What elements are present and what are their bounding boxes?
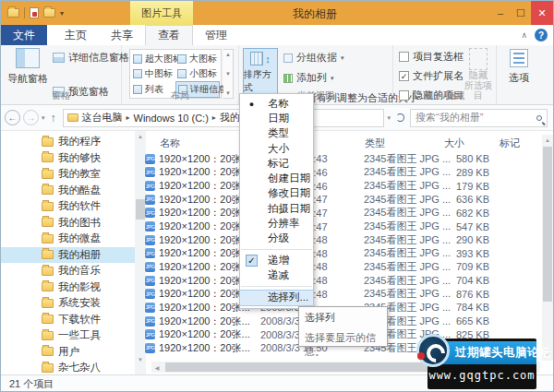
help-icon[interactable]: ? xyxy=(535,29,548,42)
menu-item-日期[interactable]: 日期 xyxy=(240,111,313,125)
layout-option-1[interactable]: 大图标 xyxy=(175,52,220,66)
tab-查看[interactable]: 查看 xyxy=(145,25,193,45)
layout-option-2[interactable]: 中图标 xyxy=(131,66,175,81)
vscroll-up-icon[interactable]: ▲ xyxy=(542,135,553,146)
menu-item-修改日期[interactable]: 修改日期 xyxy=(240,186,313,201)
recent-pages-caret-icon[interactable]: ▾ xyxy=(42,114,45,122)
minimize-ribbon-icon[interactable]: ∧ xyxy=(521,30,527,40)
sidebar-item-我的软件[interactable]: 我的软件 xyxy=(1,198,135,215)
table-row[interactable]: JPG1920×1200：20张...2008/3/3 11:482345看图王… xyxy=(143,233,542,247)
cell-type: 2345看图王 JPG ... xyxy=(364,274,449,288)
group-label-layout: 布局 xyxy=(122,89,238,102)
tab-共享[interactable]: 共享 xyxy=(99,25,145,45)
breadcrumb-item[interactable]: Windows 10 (C:) xyxy=(134,113,209,124)
address-dropdown-caret-icon[interactable]: ▾ xyxy=(388,114,391,122)
checked-checkbox-icon[interactable]: ✓ xyxy=(399,71,409,81)
table-row[interactable]: JPG1920×1200：20张...2008/3/3 11:482345看图王… xyxy=(143,287,542,301)
menu-mark-empty xyxy=(246,218,258,230)
group-by-caret-icon: ▾ xyxy=(341,54,344,62)
close-button[interactable]: ✕ xyxy=(531,1,553,25)
table-row[interactable]: JPG1920×1200：20张...2008/3/3 11:482345看图王… xyxy=(143,246,542,260)
menu-item-创建日期[interactable]: 创建日期 xyxy=(240,171,313,185)
menu-item-递减[interactable]: 递减 xyxy=(240,267,313,282)
gallery-up-icon[interactable]: ▲ xyxy=(225,52,231,57)
layout-option-3[interactable]: 小图标 xyxy=(175,66,220,81)
sidebar-item-我的影视[interactable]: 我的影视 xyxy=(1,279,135,296)
sidebar-item-我的酷盘[interactable]: 我的酷盘 xyxy=(1,183,135,199)
menu-item-拍摄日期[interactable]: 拍摄日期 xyxy=(240,201,313,216)
column-header-tags[interactable]: 标记 xyxy=(500,137,520,150)
jpg-file-icon: JPG xyxy=(145,181,155,191)
choose-columns-tooltip: 选择列 选择要显示的信息。 xyxy=(298,306,388,347)
sidebar-item-一些工具[interactable]: 一些工具 xyxy=(1,327,135,344)
table-row[interactable]: JPG1920×1200：20张...2008/3/3 11:472345看图王… xyxy=(143,220,542,233)
qat-customize-caret-icon[interactable]: ▾ xyxy=(60,9,64,18)
tab-主页[interactable]: 主页 xyxy=(53,25,99,45)
minimize-button[interactable]: – xyxy=(490,1,511,25)
refresh-icon[interactable] xyxy=(396,113,404,122)
sidebar-item-label: 我的微盘 xyxy=(58,232,101,245)
vscroll-thumb[interactable] xyxy=(543,147,552,302)
menu-item-label: 修改日期 xyxy=(268,186,310,200)
column-header-type[interactable]: 类型 xyxy=(365,137,385,150)
menu-item-大小[interactable]: 大小 xyxy=(240,141,313,156)
cell-size: 580 KB xyxy=(449,153,489,164)
unchecked-checkbox-icon[interactable] xyxy=(399,52,409,62)
jpg-file-icon: JPG xyxy=(145,248,155,258)
menu-item-选择列...[interactable]: 选择列... xyxy=(240,290,313,306)
column-header-size[interactable]: 大小 xyxy=(444,137,464,150)
options-icon xyxy=(510,49,528,67)
table-row[interactable]: JPG1920×1200：20张...2008/3/3 11:462345看图王… xyxy=(143,166,542,180)
table-row[interactable]: JPG1920×1200：20张...2008/3/3 11:432345看图王… xyxy=(143,152,542,166)
sidebar-item-我的程序[interactable]: 我的程序 xyxy=(1,134,135,150)
table-row[interactable]: JPG1920×1200：20张...2008/3/3 11:482345看图王… xyxy=(143,260,542,274)
table-row[interactable]: JPG1920×1200：20张...2008/3/3 11:462345看图王… xyxy=(143,179,542,193)
menu-item-类型[interactable]: 类型 xyxy=(240,126,313,141)
tab-文件[interactable]: 文件 xyxy=(1,25,47,45)
hscroll-left-icon[interactable]: ◀ xyxy=(151,364,163,371)
file-list-vscrollbar[interactable]: ▲ ▼ xyxy=(542,135,553,361)
sidebar-item-我的图书[interactable]: 我的图书 xyxy=(1,215,135,232)
menu-item-名称[interactable]: ●名称 xyxy=(240,96,313,111)
sidebar-item-我的够快[interactable]: 我的够快 xyxy=(1,150,135,167)
table-row[interactable]: JPG1920×1200：20张...2008/3/3 11:472345看图王… xyxy=(143,193,542,207)
breadcrumb[interactable]: 这台电脑▸Windows 10 (C:)▸我的相册 xyxy=(63,109,384,127)
sidebar-item-用户[interactable]: 用户 xyxy=(1,344,135,361)
new-folder-icon[interactable] xyxy=(43,8,55,18)
properties-icon[interactable] xyxy=(30,7,39,18)
layout-option-0[interactable]: 超大图标 xyxy=(131,52,175,66)
table-row[interactable]: JPG1920×1200：20张...2008/3/3 11:482345看图王… xyxy=(143,274,542,288)
sidebar-item-我的音乐[interactable]: 我的音乐 xyxy=(1,263,135,279)
sidebar-item-label: 下载软件 xyxy=(58,313,101,327)
menu-item-分辨率[interactable]: 分辨率 xyxy=(240,216,313,231)
menu-item-标记[interactable]: 标记 xyxy=(240,156,313,171)
up-button[interactable]: ↑ xyxy=(48,112,59,125)
navigation-pane-button[interactable]: 导航窗格 xyxy=(6,48,49,86)
gallery-down-icon[interactable]: ▼ xyxy=(225,71,231,77)
back-button[interactable]: ← xyxy=(5,110,20,125)
checkbox-文件扩展名[interactable]: ✓文件扩展名 xyxy=(399,69,464,83)
table-row[interactable]: JPG1920×1200：20张...2008/3/3 11:472345看图王… xyxy=(143,207,542,220)
column-header-name[interactable]: 名称 xyxy=(160,137,180,150)
tab-管理[interactable]: 管理 xyxy=(193,25,239,45)
sidebar-item-我的教室[interactable]: 我的教室 xyxy=(1,166,135,183)
search-icon[interactable] xyxy=(536,115,542,121)
folder-icon xyxy=(42,299,54,308)
search-input[interactable]: 搜索“我的相册” xyxy=(410,109,548,127)
options-button[interactable]: 选项 xyxy=(504,49,534,85)
menu-mark-empty xyxy=(246,292,258,304)
maximize-button[interactable]: ☐ xyxy=(511,1,531,25)
menu-mark-empty xyxy=(246,233,258,245)
sidebar-item-系统安装[interactable]: 系统安装 xyxy=(1,295,135,312)
menu-item-分级[interactable]: 分级 xyxy=(240,232,313,246)
sidebar-item-杂七杂八[interactable]: 杂七杂八 xyxy=(1,360,135,374)
checkbox-项目复选框[interactable]: 项目复选框 xyxy=(399,50,464,64)
details-pane-button[interactable]: 详细信息窗格 xyxy=(53,51,129,65)
search-placeholder: 搜索“我的相册” xyxy=(416,111,483,125)
breadcrumb-item[interactable]: 这台电脑 xyxy=(82,111,123,125)
sidebar-item-我的相册[interactable]: 我的相册 xyxy=(1,247,135,264)
explorer-icon[interactable] xyxy=(7,8,19,18)
sidebar-item-我的微盘[interactable]: 我的微盘 xyxy=(1,231,135,247)
menu-item-递增[interactable]: ✓递增 xyxy=(240,253,313,267)
sidebar-item-下载软件[interactable]: 下载软件 xyxy=(1,312,135,328)
